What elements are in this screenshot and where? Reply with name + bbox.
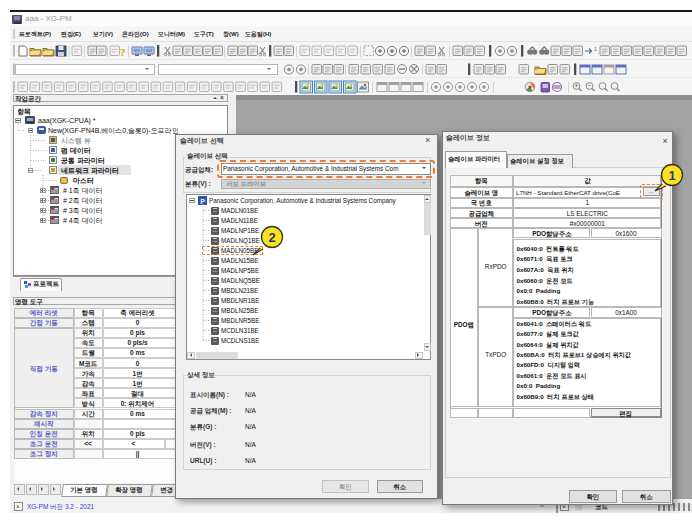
svg-text:+: + [575, 82, 579, 89]
svg-text:1: 1 [594, 46, 597, 52]
svg-text:1: 1 [668, 168, 675, 183]
svg-text:?: ? [120, 46, 126, 58]
svg-text:−: − [588, 82, 592, 89]
svg-text:2: 2 [268, 230, 275, 245]
